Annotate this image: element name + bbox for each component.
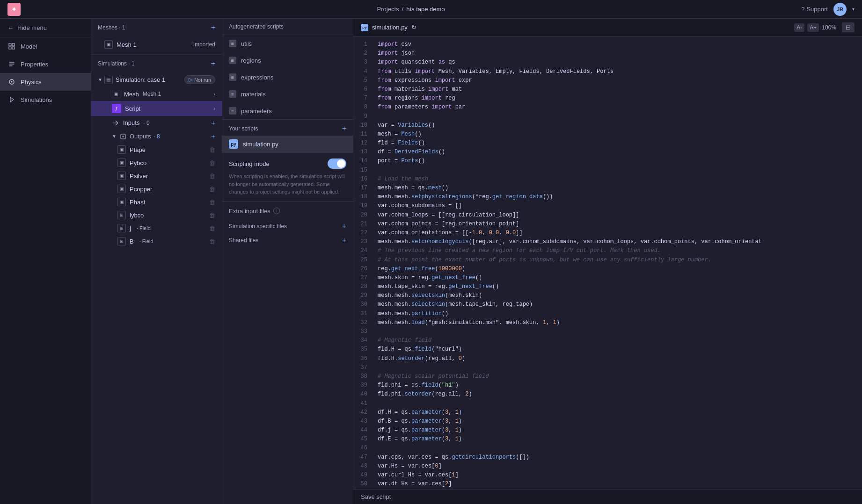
code-content[interactable]: import csv import json import quanscient… xyxy=(372,36,862,489)
mesh-sub-item[interactable]: ▣ Mesh Mesh 1 › xyxy=(91,87,222,101)
mesh-1-item[interactable]: ▣ Mesh 1 Imported xyxy=(91,36,222,52)
mesh-sub-right: › xyxy=(213,91,215,97)
delete-pcopper-button[interactable]: 🗑 xyxy=(209,186,215,193)
inputs-sub-item[interactable]: Inputs · 0 + xyxy=(91,116,222,130)
arrow-left-icon: ← xyxy=(7,24,14,31)
scripting-mode-description: When scripting is enabled, the simulatio… xyxy=(229,173,346,196)
support-button[interactable]: ? Support xyxy=(801,6,828,13)
script-utils[interactable]: ≡ utils xyxy=(222,35,353,52)
delete-b-button[interactable]: 🗑 xyxy=(209,238,215,245)
refresh-icon[interactable]: ↻ xyxy=(411,24,416,31)
code-editor: py simulation.py ↻ A- A+ 100% ⊟ 12345678… xyxy=(353,19,862,504)
view-toggle-button[interactable]: ⊟ xyxy=(842,22,855,32)
simulation-specific-files-row[interactable]: Simulation specific files + xyxy=(229,219,346,233)
add-input-button[interactable]: + xyxy=(211,119,215,127)
inputs-sub-left: Inputs · 0 xyxy=(112,119,150,127)
projects-link[interactable]: Projects xyxy=(377,6,399,13)
add-sim-files-button[interactable]: + xyxy=(342,222,346,230)
collapse-icon[interactable]: ▼ xyxy=(98,77,102,82)
delete-phast-button[interactable]: 🗑 xyxy=(209,199,215,206)
zoom-level: 100% xyxy=(822,24,836,31)
output-ptape[interactable]: ▣ Ptape 🗑 xyxy=(91,143,222,156)
hide-menu-button[interactable]: ← Hide menu xyxy=(0,19,91,37)
sidebar-item-model[interactable]: Model xyxy=(0,37,91,55)
mesh-1-name: Mesh 1 xyxy=(117,41,137,48)
script-materials[interactable]: ≡ materials xyxy=(222,86,353,102)
outputs-header: ▼ Outputs · 8 + xyxy=(91,130,222,143)
editor-actions: A- A+ 100% ⊟ xyxy=(794,22,855,32)
output-pybco-left: ▣ Pybco xyxy=(117,158,146,167)
mesh-1-left: ▣ Mesh 1 xyxy=(104,40,137,49)
support-label: Support xyxy=(806,6,828,13)
script-sub-item[interactable]: ƒ Script › xyxy=(91,101,222,116)
scripting-mode-label: Scripting mode xyxy=(229,160,270,167)
output-pybco[interactable]: ▣ Pybco 🗑 xyxy=(91,156,222,169)
svg-rect-1 xyxy=(12,43,15,46)
j-field-badge: · Field xyxy=(137,225,151,231)
j-label: j xyxy=(130,225,131,232)
font-increase-button[interactable]: A+ xyxy=(807,23,819,32)
output-b-left: ⊞ B · Field xyxy=(117,237,153,245)
pcopper-label: Pcopper xyxy=(130,186,152,193)
delete-lybco-button[interactable]: 🗑 xyxy=(209,212,215,219)
ptape-label: Ptape xyxy=(130,146,146,153)
svg-rect-0 xyxy=(9,43,11,46)
script-active-icon: ƒ xyxy=(112,104,121,113)
delete-psilver-button[interactable]: 🗑 xyxy=(209,173,215,180)
main-layout: ← Hide menu Model Properties Physics S xyxy=(0,19,862,504)
simulation-icon: ▤ xyxy=(104,76,113,84)
delete-ptape-button[interactable]: 🗑 xyxy=(209,146,215,153)
delete-pybco-button[interactable]: 🗑 xyxy=(209,159,215,166)
phast-label: Phast xyxy=(130,199,145,206)
chevron-down-icon[interactable]: ▾ xyxy=(852,7,855,12)
utils-file-icon: ≡ xyxy=(229,40,236,47)
sidebar: ← Hide menu Model Properties Physics S xyxy=(0,19,91,504)
save-script-button[interactable]: Save script xyxy=(361,493,391,500)
shared-files-row[interactable]: Shared files + xyxy=(229,233,346,247)
simulation-py-item[interactable]: py simulation.py xyxy=(222,136,353,152)
outputs-collapse-icon[interactable]: ▼ xyxy=(112,134,117,139)
editor-filename-label: simulation.py xyxy=(372,24,408,31)
output-lybco[interactable]: ⊞ lybco 🗑 xyxy=(91,209,222,222)
add-script-button[interactable]: + xyxy=(342,124,346,133)
parameters-label: parameters xyxy=(241,108,272,115)
topbar-breadcrumb: Projects / hts tape demo xyxy=(377,6,445,13)
add-simulation-button[interactable]: + xyxy=(211,59,215,68)
mesh-sim-panel: Meshes · 1 + ▣ Mesh 1 Imported Simulatio… xyxy=(91,19,222,504)
pybco-label: Pybco xyxy=(130,159,146,166)
script-chevron-right-icon: › xyxy=(213,106,215,111)
sidebar-item-physics[interactable]: Physics xyxy=(0,73,91,91)
output-phast[interactable]: ▣ Phast 🗑 xyxy=(91,195,222,209)
editor-py-icon: py xyxy=(361,24,368,31)
delete-j-button[interactable]: 🗑 xyxy=(209,225,215,232)
add-mesh-button[interactable]: + xyxy=(211,23,215,32)
output-j-left: ⊞ j · Field xyxy=(117,224,151,232)
scripting-mode-toggle[interactable] xyxy=(328,158,346,169)
sidebar-item-simulations[interactable]: Simulations xyxy=(0,91,91,108)
output-j[interactable]: ⊞ j · Field 🗑 xyxy=(91,222,222,235)
output-psilver[interactable]: ▣ Psilver 🗑 xyxy=(91,169,222,182)
sidebar-item-properties[interactable]: Properties xyxy=(0,55,91,73)
extra-files-info-icon[interactable]: i xyxy=(273,208,280,214)
add-output-button[interactable]: + xyxy=(211,132,215,140)
svg-rect-2 xyxy=(9,47,11,49)
output-b[interactable]: ⊞ B · Field 🗑 xyxy=(91,235,222,248)
help-icon: ? xyxy=(801,6,804,13)
script-expressions[interactable]: ≡ expressions xyxy=(222,69,353,86)
topbar: ✦ Projects / hts tape demo ? Support JR … xyxy=(0,0,862,19)
breadcrumb-sep: / xyxy=(402,6,404,13)
outputs-icon xyxy=(119,133,127,140)
py-file-icon: py xyxy=(229,139,238,149)
output-psilver-left: ▣ Psilver xyxy=(117,172,148,180)
font-decrease-button[interactable]: A- xyxy=(794,23,804,32)
properties-label: Properties xyxy=(21,61,48,68)
script-regions[interactable]: ≡ regions xyxy=(222,52,353,69)
user-avatar[interactable]: JR xyxy=(833,3,847,16)
add-shared-files-button[interactable]: + xyxy=(342,236,346,245)
not-run-badge[interactable]: ▷ Not run xyxy=(184,75,215,84)
inputs-icon xyxy=(112,119,119,127)
inputs-count: · 0 xyxy=(143,120,149,126)
regions-label: regions xyxy=(241,57,261,64)
script-parameters[interactable]: ≡ parameters xyxy=(222,102,353,119)
output-pcopper[interactable]: ▣ Pcopper 🗑 xyxy=(91,182,222,195)
